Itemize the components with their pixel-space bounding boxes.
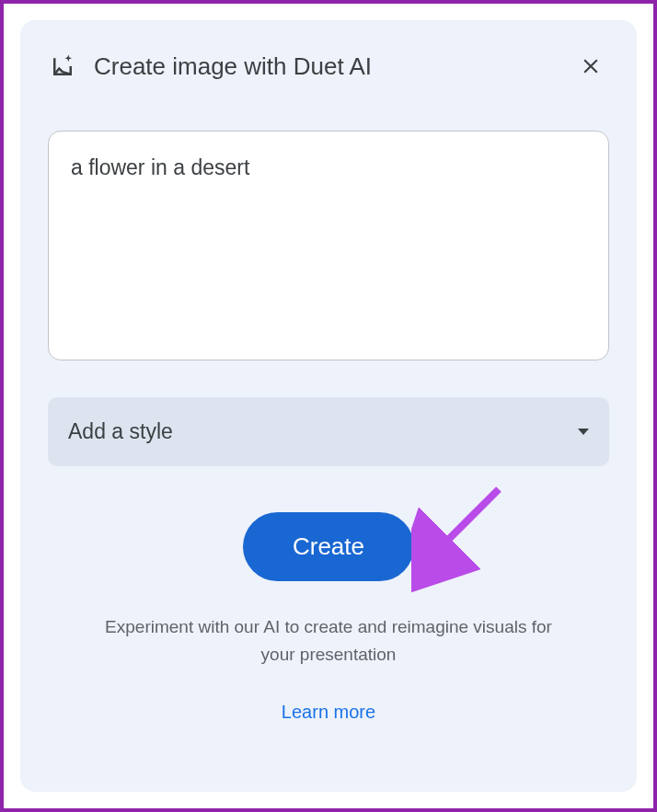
style-dropdown-label: Add a style [68, 419, 173, 444]
annotation-arrow [411, 485, 522, 595]
svg-line-1 [434, 489, 499, 554]
app-frame: Create image with Duet AI Add a style [0, 0, 657, 812]
panel-title: Create image with Duet AI [94, 52, 556, 81]
style-dropdown[interactable]: Add a style [48, 397, 609, 466]
panel-header: Create image with Duet AI [48, 48, 609, 85]
learn-more-link[interactable]: Learn more [282, 702, 375, 723]
close-button[interactable] [572, 48, 609, 85]
create-section: Create Experiment with our AI to create … [48, 512, 609, 723]
prompt-container [48, 131, 609, 360]
duet-ai-panel: Create image with Duet AI Add a style [20, 20, 637, 792]
close-icon [579, 54, 603, 78]
sparkle-image-icon [48, 51, 77, 81]
prompt-input[interactable] [71, 155, 586, 304]
info-text: Experiment with our AI to create and rei… [89, 613, 568, 669]
create-button[interactable]: Create [243, 512, 414, 581]
chevron-down-icon [578, 429, 589, 435]
